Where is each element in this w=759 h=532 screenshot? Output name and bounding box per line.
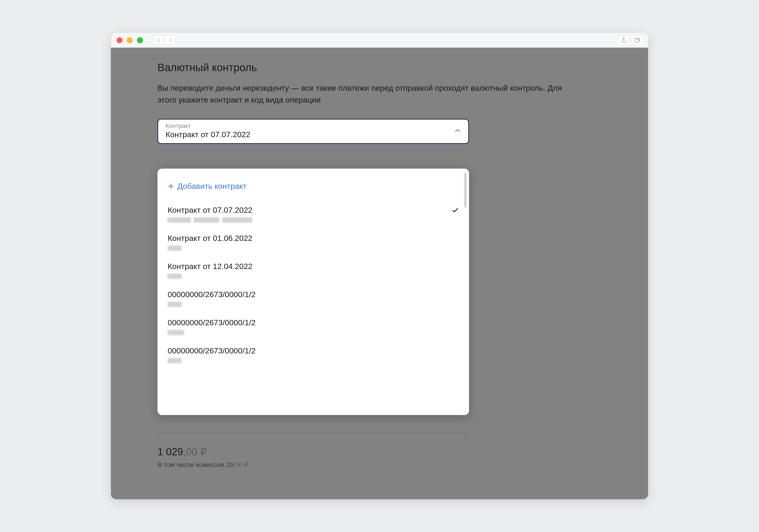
contract-option[interactable]: 00000000/2673/0000/1/2 — [168, 285, 459, 313]
redacted-text — [168, 358, 181, 363]
commission-row: В том числе комиссия 29,00 ₽ — [157, 461, 602, 469]
amount-decimals: ,00 ₽ — [183, 446, 207, 457]
close-window-button[interactable] — [116, 37, 123, 43]
back-button[interactable] — [153, 36, 164, 45]
contract-option-primary: Контракт от 12.04.2022 — [168, 262, 459, 271]
chevron-left-icon — [157, 37, 160, 43]
amount-main: 1 029 — [157, 446, 183, 457]
page-description: Вы переводите деньги нерезиденту — все т… — [157, 82, 564, 106]
contract-option-secondary — [168, 330, 459, 335]
plus-icon — [168, 183, 174, 189]
redacted-text — [168, 330, 184, 335]
redacted-text — [168, 274, 181, 279]
add-contract-label: Добавить контракт — [178, 182, 247, 191]
share-button[interactable] — [618, 36, 629, 45]
contract-option-primary: 00000000/2673/0000/1/2 — [168, 318, 459, 327]
chevron-right-icon — [168, 37, 172, 43]
page-title: Валютный контроль — [157, 61, 602, 74]
contract-option-secondary — [168, 246, 459, 251]
contract-option[interactable]: Контракт от 12.04.2022 — [168, 257, 459, 285]
redacted-text — [168, 302, 181, 307]
contract-option[interactable]: 00000000/2673/0000/1/2 — [168, 313, 459, 342]
contract-option-secondary — [168, 302, 459, 307]
contract-option[interactable]: 00000000/2673/0000/1/2 — [168, 342, 459, 370]
contract-option-primary: Контракт от 01.06.2022 — [168, 234, 459, 243]
share-icon — [621, 37, 626, 43]
add-contract-button[interactable]: Добавить контракт — [168, 175, 459, 201]
dropdown-inner: Добавить контракт Контракт от 07.07.2022… — [157, 175, 469, 415]
amount-total: 1 029,00 ₽ — [157, 446, 602, 458]
contract-dropdown: Добавить контракт Контракт от 07.07.2022… — [157, 169, 469, 415]
chevron-up-icon — [455, 129, 461, 133]
redacted-text — [222, 218, 252, 223]
traffic-lights — [116, 37, 143, 43]
nav-buttons — [153, 36, 176, 45]
redacted-text — [168, 246, 181, 251]
commission-decimals: ,00 ₽ — [233, 461, 248, 468]
redacted-text — [168, 218, 191, 223]
commission-prefix: В том числе комиссия 29 — [157, 461, 233, 468]
contract-option-secondary — [168, 358, 459, 363]
contract-option[interactable]: Контракт от 07.07.2022 — [168, 201, 459, 229]
tabs-button[interactable] — [632, 36, 643, 45]
contract-select-label: Контракт — [166, 122, 455, 130]
divider — [157, 433, 469, 433]
scrollbar[interactable] — [464, 173, 467, 208]
contract-select-value: Контракт от 07.07.2022 — [166, 130, 455, 139]
browser-window: Валютный контроль Вы переводите деньги н… — [111, 33, 648, 499]
content-area: Валютный контроль Вы переводите деньги н… — [111, 48, 648, 499]
forward-button[interactable] — [165, 36, 176, 45]
contract-select[interactable]: Контракт Контракт от 07.07.2022 — [157, 119, 469, 144]
tabs-icon — [634, 38, 640, 43]
svg-rect-0 — [635, 39, 639, 42]
contract-option[interactable]: Контракт от 01.06.2022 — [168, 229, 459, 257]
checkmark-icon — [452, 207, 459, 213]
contract-option-primary: Контракт от 07.07.2022 — [168, 206, 447, 215]
titlebar-right — [618, 36, 643, 45]
contract-option-primary: 00000000/2673/0000/1/2 — [168, 290, 459, 299]
contract-option-secondary — [168, 218, 447, 223]
maximize-window-button[interactable] — [137, 37, 143, 43]
titlebar — [111, 33, 648, 48]
contract-option-secondary — [168, 274, 459, 279]
redacted-text — [194, 218, 219, 223]
minimize-window-button[interactable] — [127, 37, 133, 43]
contract-option-primary: 00000000/2673/0000/1/2 — [168, 346, 459, 355]
